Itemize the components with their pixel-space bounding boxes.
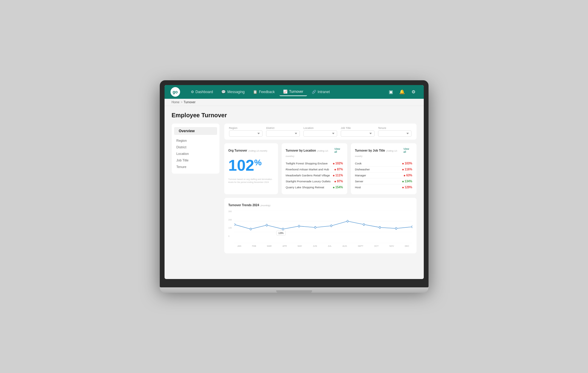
location-view-all[interactable]: View all bbox=[334, 147, 343, 153]
line-chart-svg: 128% bbox=[234, 210, 412, 243]
svg-text:128%: 128% bbox=[278, 232, 283, 235]
svg-point-4 bbox=[234, 224, 235, 226]
jobtitle-turnover-card: Turnover by Job Title (rolling 12-month)… bbox=[351, 143, 417, 194]
x-label: MAY bbox=[298, 245, 302, 247]
calendar-icon[interactable]: ▣ bbox=[387, 88, 395, 96]
jobtitle-rows: Cook 103% Dishwasher 116% Manager bbox=[355, 161, 412, 190]
svg-point-5 bbox=[250, 228, 251, 230]
page-title: Employee Turnover bbox=[172, 112, 417, 119]
laptop-base bbox=[160, 287, 429, 293]
x-label: NOV bbox=[389, 245, 394, 247]
filter-district-select[interactable] bbox=[266, 130, 300, 137]
trends-card: Turnover Trends 2024 (monthly) 300 200 1… bbox=[224, 198, 417, 253]
table-row: Dishwasher 116% bbox=[355, 167, 412, 172]
feedback-icon: 📋 bbox=[253, 90, 257, 94]
settings-icon[interactable]: ⚙ bbox=[409, 88, 418, 96]
filter-district: District bbox=[266, 127, 300, 137]
x-label: JUN bbox=[313, 245, 317, 247]
turnover-icon: 📈 bbox=[283, 90, 288, 94]
jobtitle-card-header: Turnover by Job Title (rolling 12-month)… bbox=[355, 147, 412, 158]
y-axis: 300 200 100 0 bbox=[228, 210, 232, 240]
screen-bezel: go ⚙ Dashboard 💬 Messaging 📋 Feedback bbox=[160, 80, 429, 287]
filter-region: Region bbox=[229, 127, 263, 137]
x-label: MAR bbox=[267, 245, 272, 247]
x-label: AUG bbox=[343, 245, 347, 247]
sidebar: Overview Region District Location Job Ti… bbox=[172, 124, 219, 174]
table-row: Meadowlark Gardens Retail Village 111% bbox=[286, 172, 343, 178]
laptop-container: go ⚙ Dashboard 💬 Messaging 📋 Feedback bbox=[160, 80, 429, 293]
table-row: Starlight Promenade Luxury Outlets 97% bbox=[286, 178, 343, 184]
breadcrumb-current: Turnover bbox=[184, 101, 196, 104]
right-panel: Region District bbox=[224, 124, 417, 253]
bell-icon[interactable]: 🔔 bbox=[398, 88, 406, 96]
sidebar-overview[interactable]: Overview bbox=[174, 127, 217, 135]
cards-row: Org Turnover (rolling 12-month) 102% Tur… bbox=[224, 143, 417, 194]
x-axis: JAN FEB MAR APR MAY JUN JUL AUG SEPT O bbox=[234, 245, 412, 247]
nav-dashboard[interactable]: ⚙ Dashboard bbox=[187, 88, 217, 96]
intranet-icon: 🔗 bbox=[312, 90, 316, 94]
breadcrumb-home[interactable]: Home bbox=[172, 101, 180, 104]
nav-feedback[interactable]: 📋 Feedback bbox=[249, 88, 278, 96]
breadcrumb-separator: > bbox=[181, 101, 182, 104]
location-card-header: Turnover by Location (rolling 12-months)… bbox=[286, 147, 343, 158]
sidebar-item-tenure[interactable]: Tenure bbox=[172, 164, 219, 170]
sidebar-item-jobtitle[interactable]: Job Title bbox=[172, 157, 219, 164]
filter-jobtitle: Job Title bbox=[341, 127, 374, 137]
filter-district-label: District bbox=[266, 127, 300, 130]
y-label-100: 100 bbox=[228, 227, 232, 229]
jobtitle-view-all[interactable]: View all bbox=[403, 147, 412, 153]
nav-messaging[interactable]: 💬 Messaging bbox=[218, 88, 248, 96]
svg-point-9 bbox=[314, 226, 316, 229]
svg-point-14 bbox=[395, 227, 397, 229]
svg-point-15 bbox=[412, 226, 412, 228]
filter-tenure-label: Tenure bbox=[378, 127, 412, 130]
table-row: Server 134% bbox=[355, 178, 412, 184]
logo[interactable]: go bbox=[171, 87, 180, 97]
svg-point-10 bbox=[330, 225, 332, 227]
sidebar-item-region[interactable]: Region bbox=[172, 137, 219, 144]
filter-location-label: Location bbox=[303, 127, 337, 130]
filter-tenure: Tenure bbox=[378, 127, 412, 137]
sidebar-item-location[interactable]: Location bbox=[172, 150, 219, 157]
navigation: go ⚙ Dashboard 💬 Messaging 📋 Feedback bbox=[165, 85, 424, 99]
x-label: JUL bbox=[328, 245, 331, 247]
filter-jobtitle-select[interactable] bbox=[341, 130, 374, 137]
location-card-title: Turnover by Location bbox=[286, 149, 316, 152]
trends-title: Turnover Trends 2024 bbox=[228, 204, 259, 207]
org-turnover-footer: Turnover based on avg staffing and termi… bbox=[228, 178, 274, 184]
location-turnover-card: Turnover by Location (rolling 12-months)… bbox=[282, 143, 347, 194]
trends-subtitle: (monthly) bbox=[260, 204, 270, 207]
x-label: SEPT bbox=[358, 245, 363, 247]
x-label: APR bbox=[283, 245, 287, 247]
filter-location-select[interactable] bbox=[303, 130, 337, 137]
nav-items: ⚙ Dashboard 💬 Messaging 📋 Feedback 📈 Tur… bbox=[187, 88, 387, 96]
svg-point-13 bbox=[379, 226, 380, 229]
svg-point-12 bbox=[363, 224, 364, 226]
breadcrumb: Home > Turnover bbox=[165, 99, 424, 106]
filter-region-select[interactable] bbox=[229, 130, 263, 137]
table-row: Manager 63% bbox=[355, 172, 412, 178]
svg-point-7 bbox=[282, 228, 284, 230]
org-card-title: Org Turnover bbox=[228, 149, 247, 152]
x-label: JAN bbox=[237, 245, 241, 247]
svg-point-6 bbox=[266, 224, 267, 226]
sidebar-item-district[interactable]: District bbox=[172, 144, 219, 150]
screen: go ⚙ Dashboard 💬 Messaging 📋 Feedback bbox=[165, 85, 424, 279]
table-row: Twilight Forest Shopping Enclave 102% bbox=[286, 161, 343, 167]
main-content: Employee Turnover Overview Region Distri… bbox=[165, 106, 424, 279]
filters-bar: Region District bbox=[224, 124, 417, 140]
filter-tenure-select[interactable] bbox=[378, 130, 412, 137]
x-label: OCT bbox=[374, 245, 379, 247]
filter-region-label: Region bbox=[229, 127, 263, 130]
nav-turnover[interactable]: 📈 Turnover bbox=[280, 88, 307, 96]
org-card-subtitle: (rolling 12-month) bbox=[248, 149, 267, 152]
dashboard-icon: ⚙ bbox=[191, 90, 194, 94]
content-layout: Overview Region District Location Job Ti… bbox=[172, 124, 417, 253]
y-label-0: 0 bbox=[228, 235, 232, 237]
table-row: Quarry Lake Shopping Retreat 154% bbox=[286, 184, 343, 190]
table-row: Host 129% bbox=[355, 184, 412, 190]
filter-jobtitle-label: Job Title bbox=[341, 127, 374, 130]
table-row: Riverbond Artisan Market and Hub 87% bbox=[286, 167, 343, 172]
nav-intranet[interactable]: 🔗 Intranet bbox=[308, 88, 334, 96]
org-turnover-card: Org Turnover (rolling 12-month) 102% Tur… bbox=[224, 143, 278, 194]
